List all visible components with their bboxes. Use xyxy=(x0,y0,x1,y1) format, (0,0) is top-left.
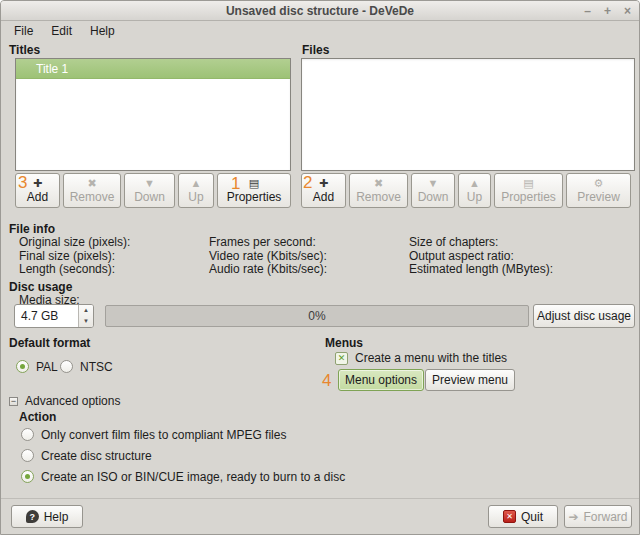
radio-icon xyxy=(21,428,34,441)
annotation-1: 1 xyxy=(231,175,240,192)
titles-up-button[interactable]: ▲ Up xyxy=(178,173,214,208)
radio-icon xyxy=(60,360,73,373)
down-arrow-icon: ▼ xyxy=(428,177,439,190)
footer-separator xyxy=(1,498,639,499)
plus-icon: ✚ xyxy=(319,177,328,190)
files-header: Files xyxy=(302,43,329,57)
files-preview-button[interactable]: ⚙ Preview xyxy=(566,173,631,208)
titles-toolbar: 3 ✚ Add ✖ Remove ▼ Down ▲ Up 1 ▤ Propert… xyxy=(15,173,291,208)
plus-icon: ✚ xyxy=(33,177,42,190)
media-size-value: 4.7 GB DVD xyxy=(15,305,78,327)
quit-icon: ✕ xyxy=(503,510,516,523)
titles-list[interactable]: Title 1 xyxy=(15,58,291,171)
remove-icon: ✖ xyxy=(374,177,383,190)
devede-window: Unsaved disc structure - DeVeDe – + × Fi… xyxy=(0,0,640,535)
action-iso-image-radio[interactable]: Create an ISO or BIN/CUE image, ready to… xyxy=(21,469,345,484)
annotation-3: 3 xyxy=(18,174,27,191)
annotation-2: 2 xyxy=(303,174,312,191)
quit-button[interactable]: ✕ Quit xyxy=(488,505,558,528)
files-remove-button[interactable]: ✖ Remove xyxy=(349,173,408,208)
file-info-header: File info xyxy=(9,222,55,236)
help-icon: ? xyxy=(26,510,39,523)
files-properties-button[interactable]: ▤ Properties xyxy=(494,173,563,208)
close-icon[interactable]: × xyxy=(624,1,631,21)
properties-icon: ▤ xyxy=(523,177,533,190)
files-down-button[interactable]: ▼ Down xyxy=(411,173,455,208)
titlebar: Unsaved disc structure - DeVeDe – + × xyxy=(1,1,639,21)
checkbox-checked-icon: ✕ xyxy=(335,352,348,365)
file-info-label: Estimated length (MBytes): xyxy=(409,263,553,277)
menu-options-button[interactable]: Menu options xyxy=(338,369,424,391)
file-info-label: Size of chapters: xyxy=(409,236,553,250)
titles-header: Titles xyxy=(9,43,40,57)
disc-usage-progressbar: 0% xyxy=(105,305,529,327)
collapse-icon[interactable]: − xyxy=(9,397,18,406)
pal-radio[interactable]: PAL xyxy=(16,359,58,374)
up-arrow-icon: ▲ xyxy=(191,177,202,190)
titles-remove-button[interactable]: ✖ Remove xyxy=(63,173,121,208)
file-info-col1: Original size (pixels): Final size (pixe… xyxy=(19,236,130,277)
menubar: File Edit Help xyxy=(1,22,639,41)
adjust-disc-usage-button[interactable]: Adjust disc usage xyxy=(533,304,635,328)
down-arrow-icon: ▼ xyxy=(144,177,155,190)
action-convert-radio[interactable]: Only convert film files to compliant MPE… xyxy=(21,427,286,442)
menu-edit[interactable]: Edit xyxy=(42,22,81,41)
files-up-button[interactable]: ▲ Up xyxy=(458,173,491,208)
file-info-label: Original size (pixels): xyxy=(19,236,130,250)
files-toolbar: 2 ✚ Add ✖ Remove ▼ Down ▲ Up ▤ Propertie… xyxy=(301,173,635,208)
file-info-label: Audio rate (Kbits/sec): xyxy=(209,263,327,277)
minimize-icon[interactable]: – xyxy=(584,1,591,21)
create-menu-checkbox[interactable]: ✕ Create a menu with the titles xyxy=(335,351,507,365)
default-format-header: Default format xyxy=(9,336,90,350)
action-disc-structure-radio[interactable]: Create disc structure xyxy=(21,448,152,463)
ntsc-radio[interactable]: NTSC xyxy=(60,359,113,374)
file-info-label: Frames per second: xyxy=(209,236,327,250)
files-add-button[interactable]: 2 ✚ Add xyxy=(301,173,346,208)
window-controls: – + × xyxy=(584,1,631,21)
file-info-label: Final size (pixels): xyxy=(19,250,130,264)
menus-header: Menus xyxy=(325,336,363,350)
properties-icon: ▤ xyxy=(249,177,259,190)
files-list[interactable] xyxy=(301,58,635,171)
title-list-item[interactable]: Title 1 xyxy=(16,59,290,79)
preview-menu-button[interactable]: Preview menu xyxy=(425,369,515,391)
gear-icon: ⚙ xyxy=(594,177,604,190)
forward-arrow-icon: ➔ xyxy=(568,511,578,523)
spinner-arrows: ▲ ▼ xyxy=(78,305,93,327)
up-arrow-icon: ▲ xyxy=(469,177,480,190)
titles-down-button[interactable]: ▼ Down xyxy=(124,173,175,208)
annotation-4: 4 xyxy=(322,372,331,389)
menu-help[interactable]: Help xyxy=(81,22,124,41)
radio-selected-icon xyxy=(21,470,34,483)
media-size-spinner[interactable]: 4.7 GB DVD ▲ ▼ xyxy=(14,304,94,328)
menu-file[interactable]: File xyxy=(5,22,42,41)
remove-icon: ✖ xyxy=(87,177,96,190)
maximize-icon[interactable]: + xyxy=(604,1,611,21)
spin-down-icon[interactable]: ▼ xyxy=(79,316,93,327)
action-header: Action xyxy=(19,410,56,424)
disc-usage-header: Disc usage xyxy=(9,280,72,294)
window-title: Unsaved disc structure - DeVeDe xyxy=(226,4,414,18)
titles-add-button[interactable]: 3 ✚ Add xyxy=(15,173,60,208)
file-info-label: Video rate (Kbits/sec): xyxy=(209,250,327,264)
radio-selected-icon xyxy=(16,360,29,373)
file-info-label: Output aspect ratio: xyxy=(409,250,553,264)
file-info-col3: Size of chapters: Output aspect ratio: E… xyxy=(409,236,553,277)
file-info-col2: Frames per second: Video rate (Kbits/sec… xyxy=(209,236,327,277)
help-button[interactable]: ? Help xyxy=(11,505,83,528)
spin-up-icon[interactable]: ▲ xyxy=(79,305,93,316)
radio-icon xyxy=(21,449,34,462)
titles-properties-button[interactable]: 1 ▤ Properties xyxy=(217,173,291,208)
file-info-label: Length (seconds): xyxy=(19,263,130,277)
forward-button[interactable]: ➔ Forward xyxy=(564,505,632,528)
advanced-options-expander[interactable]: − Advanced options xyxy=(9,394,120,408)
